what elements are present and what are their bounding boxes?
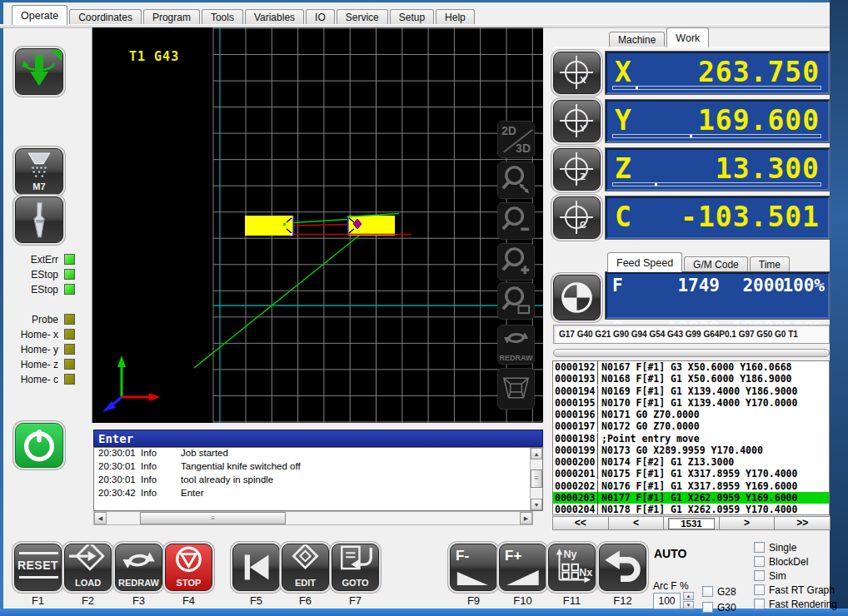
message-title-bar: Enter — [93, 430, 543, 447]
menu-tab-coordinates[interactable]: Coordinates — [69, 9, 142, 25]
zoom-in-button[interactable] — [497, 243, 535, 281]
gcode-line[interactable]: 0000204N0178 F[#1] G1 X262.0959 Y170.400… — [553, 504, 829, 515]
dro-progress-tick — [636, 87, 638, 89]
tangential-knife-button[interactable] — [15, 196, 63, 243]
checkbox[interactable] — [754, 599, 765, 609]
rewind-button[interactable] — [232, 544, 280, 591]
dro-tab-work[interactable]: Work — [666, 27, 709, 47]
hscroll-thumb[interactable]: ≡ — [140, 512, 286, 524]
feed-minus-button[interactable]: F- — [450, 544, 497, 591]
work-zero-button[interactable] — [553, 275, 601, 320]
gcode-line-text: N0169 F[#1] G1 X139.4000 Y186.9000 — [598, 385, 797, 397]
nav-prev-button[interactable]: < — [608, 516, 665, 530]
checkbox[interactable] — [702, 602, 713, 613]
gcode-line[interactable]: 0000195N0170 F[#1] G1 X139.4000 Y170.000… — [553, 397, 829, 409]
arc-f-input[interactable]: 100 — [653, 593, 681, 609]
goto-icon — [332, 544, 378, 576]
gcode-line-number: 0000204 — [553, 504, 598, 515]
gcode-line-current[interactable]: 0000203N0177 F[#1] G1 X262.0959 Y169.600… — [553, 492, 829, 504]
redraw-label: REDRAW — [116, 578, 162, 588]
nesting-nxny-button[interactable]: Ny Nx — [548, 544, 596, 591]
log-horizontal-scrollbar[interactable]: ◀ ≡ ▶ — [93, 511, 533, 525]
start-point-dot — [283, 223, 286, 226]
menu-tab-setup[interactable]: Setup — [390, 9, 434, 25]
nav-last-button[interactable]: >> — [774, 516, 831, 530]
axes-triad — [102, 355, 160, 412]
gcode-line[interactable]: 0000199N0173 G0 X289.9959 Y170.4000 — [553, 445, 829, 456]
gcode-line[interactable]: 0000194N0169 F[#1] G1 X139.4000 Y186.900… — [553, 385, 829, 397]
spindle-button[interactable] — [15, 48, 63, 95]
checkbox[interactable] — [754, 570, 765, 581]
axis-zero-button[interactable]: X — [553, 52, 601, 94]
axis-zero-button[interactable]: C — [553, 196, 601, 239]
menu-tab-service[interactable]: Service — [337, 9, 388, 25]
reset-button[interactable]: RESET — [14, 544, 62, 591]
axis-zero-button[interactable]: Z — [553, 148, 601, 191]
checkbox[interactable] — [702, 586, 713, 597]
checkbox[interactable] — [754, 542, 765, 553]
menu-tab-io[interactable]: IO — [306, 9, 335, 25]
gcode-line-number: 0000200 — [553, 456, 598, 468]
redraw-icon — [116, 544, 162, 574]
gcode-line-text: N0172 G0 Z70.0000 — [598, 420, 700, 432]
redraw-overlay-button[interactable]: REDRAW — [497, 325, 535, 365]
log-level: Info — [141, 448, 157, 458]
zoom-out-button[interactable] — [497, 202, 535, 240]
scroll-down-button[interactable]: ▼ — [531, 499, 542, 510]
log-message: tool already in spindle — [181, 474, 273, 484]
view-3d-box-button[interactable] — [497, 368, 535, 410]
scroll-left-button[interactable]: ◀ — [94, 512, 107, 524]
nav-first-button[interactable]: << — [552, 516, 609, 530]
goto-button[interactable]: GOTO — [332, 544, 379, 591]
log-row: 20:30:01 Info Job started — [94, 448, 542, 461]
indicator-label: EStop — [31, 284, 58, 296]
dro-tab-machine[interactable]: Machine — [609, 32, 665, 47]
checkbox[interactable] — [754, 556, 765, 567]
checkbox[interactable] — [754, 584, 765, 595]
toolpath-viewport[interactable]: T1 G43 2D 3D — [92, 27, 543, 423]
scroll-thumb[interactable]: ≡ — [531, 469, 542, 488]
menu-tab-operate[interactable]: Operate — [12, 5, 67, 25]
power-button[interactable] — [15, 423, 63, 468]
gcode-line-number: 0000198 — [553, 433, 598, 445]
indicator-label: ExtErr — [31, 254, 58, 266]
arc-f-up-button[interactable]: ▲ — [683, 592, 694, 600]
gcode-line[interactable]: 0000202N0176 F[#1] G1 X317.8959 Y169.600… — [553, 480, 829, 492]
menu-tab-variables[interactable]: Variables — [245, 9, 304, 25]
view-2d3d-button[interactable]: 2D 3D — [497, 121, 535, 158]
log-box[interactable]: 20:30:01 Info Job started 20:30:01 Info … — [93, 447, 543, 511]
scroll-up-button[interactable]: ▲ — [531, 448, 542, 460]
arc-f-down-button[interactable]: ▼ — [683, 601, 694, 609]
feed-plus-button[interactable]: F+ — [499, 544, 546, 591]
nav-next-button[interactable]: > — [719, 516, 776, 530]
edit-button[interactable]: EDIT — [282, 544, 329, 591]
axis-zero-button[interactable]: Y — [553, 100, 601, 142]
feed-tab-feed-speed[interactable]: Feed Speed — [607, 252, 682, 272]
ramp-up-icon — [500, 570, 546, 585]
gcode-line[interactable]: 0000192N0167 F[#1] G3 X50.6000 Y160.0668 — [553, 361, 829, 373]
scroll-right-button[interactable]: ▶ — [520, 512, 532, 524]
coolant-m7-button[interactable]: M7 — [15, 148, 63, 195]
window-border-top — [0, 0, 848, 2]
gcode-line[interactable]: 0000196N0171 G0 Z70.0000 — [553, 409, 829, 420]
gcode-line[interactable]: 0000200N0174 F[#2] G1 Z13.3000 — [553, 456, 829, 468]
feed-tab-g-m-code[interactable]: G/M Code — [684, 256, 748, 272]
menu-tab-help[interactable]: Help — [436, 9, 475, 25]
stop-button[interactable]: STOP — [165, 544, 212, 591]
gcode-line[interactable]: 0000201N0175 F[#1] G1 X317.8959 Y170.400… — [553, 468, 829, 479]
zoom-extents-button[interactable] — [497, 161, 535, 199]
log-vertical-scrollbar[interactable]: ▲ ≡ ▼ — [530, 448, 542, 510]
zoom-window-button[interactable] — [497, 282, 535, 320]
redraw-button[interactable]: REDRAW — [115, 544, 162, 591]
gcode-line[interactable]: 0000198;Point entry move — [553, 433, 829, 445]
gcode-line[interactable]: 0000197N0172 G0 Z70.0000 — [553, 420, 829, 432]
back-button[interactable] — [599, 544, 646, 591]
window-border-right[interactable] — [830, 0, 848, 616]
load-button[interactable]: LOAD — [64, 544, 112, 591]
menu-tab-tools[interactable]: Tools — [202, 9, 243, 25]
gcode-line[interactable]: 0000193N0168 F[#1] G1 X50.6000 Y186.9000 — [553, 373, 829, 385]
dro-axis-value: 263.750 — [698, 56, 820, 88]
feed-tab-time[interactable]: Time — [750, 256, 790, 272]
menu-tab-program[interactable]: Program — [143, 9, 200, 25]
gcode-listing[interactable]: 0000192N0167 F[#1] G3 X50.6000 Y160.0668… — [552, 360, 830, 515]
